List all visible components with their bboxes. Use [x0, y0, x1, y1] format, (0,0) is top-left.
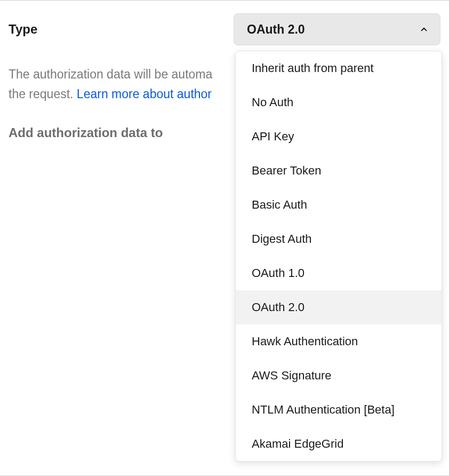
auth-type-option-label: API Key	[252, 130, 294, 144]
auth-type-option-label: OAuth 2.0	[252, 300, 304, 314]
auth-type-option-label: OAuth 1.0	[252, 266, 304, 280]
auth-type-option-label: Basic Auth	[252, 198, 307, 212]
auth-type-option[interactable]: AWS Signature	[236, 359, 442, 393]
auth-type-value: OAuth 2.0	[247, 22, 305, 37]
learn-more-link[interactable]: Learn more about author	[77, 87, 212, 101]
auth-type-select[interactable]: OAuth 2.0	[234, 13, 440, 45]
auth-type-option[interactable]: Basic Auth	[236, 188, 442, 222]
auth-type-option[interactable]: NTLM Authentication [Beta]	[236, 393, 442, 427]
auth-type-option[interactable]: API Key	[236, 120, 442, 154]
auth-type-option[interactable]: No Auth	[236, 85, 442, 120]
auth-type-option-label: Bearer Token	[252, 164, 321, 178]
auth-type-option[interactable]: OAuth 2.0	[236, 290, 442, 324]
auth-type-option[interactable]: Hawk Authentication	[236, 324, 442, 359]
auth-type-option[interactable]: Bearer Token	[236, 154, 442, 188]
auth-type-option[interactable]: Digest Auth	[236, 222, 442, 256]
auth-type-option[interactable]: Akamai EdgeGrid	[236, 427, 442, 461]
auth-type-dropdown: Inherit auth from parentNo AuthAPI KeyBe…	[235, 51, 442, 462]
auth-type-option[interactable]: OAuth 1.0	[236, 256, 442, 290]
type-label: Type	[9, 22, 37, 37]
auth-type-option-label: Digest Auth	[252, 232, 312, 246]
auth-type-option-label: No Auth	[252, 96, 293, 109]
auth-type-option-label: Akamai EdgeGrid	[252, 437, 343, 451]
auth-type-row: Type OAuth 2.0	[0, 1, 449, 45]
auth-type-option-label: Hawk Authentication	[252, 335, 358, 348]
chevron-up-icon	[419, 24, 429, 35]
auth-type-option[interactable]: Inherit auth from parent	[236, 51, 442, 85]
auth-type-option-label: AWS Signature	[252, 369, 332, 383]
auth-description-text-1: The authorization data will be automa	[9, 67, 212, 81]
auth-type-option-label: NTLM Authentication [Beta]	[252, 403, 395, 417]
auth-description-text-2: the request.	[9, 87, 77, 101]
auth-type-option-label: Inherit auth from parent	[252, 61, 374, 75]
